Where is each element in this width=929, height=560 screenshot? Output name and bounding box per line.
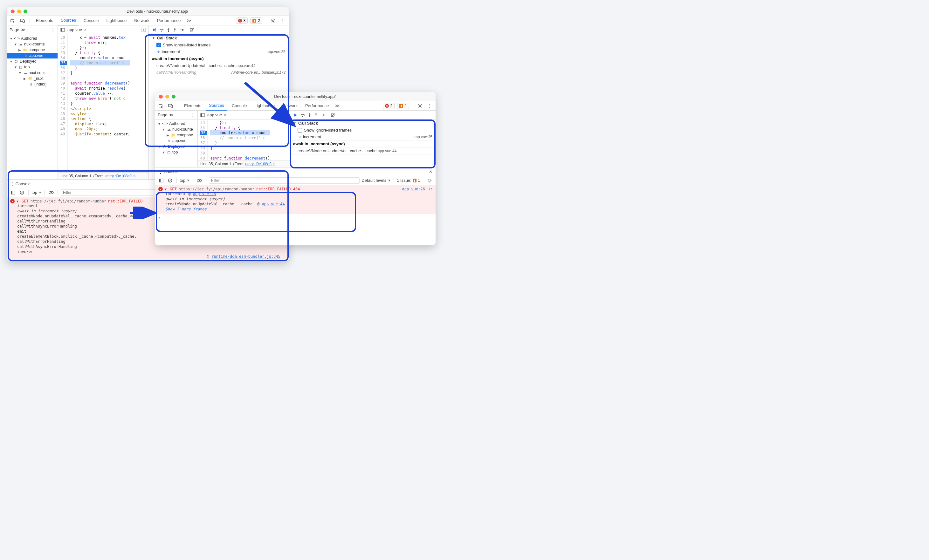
- tab-network[interactable]: Network: [280, 101, 300, 110]
- stack-frame[interactable]: createVNode.onUpdateVal._cache.._cache.a…: [149, 62, 289, 69]
- log-levels-selector[interactable]: Default levels ▼: [362, 178, 391, 183]
- editor-tab-app-vue[interactable]: app.vue×: [207, 113, 226, 117]
- tree-deployed[interactable]: ▼⬡Deployed: [155, 144, 198, 149]
- tree-top[interactable]: ▼▢top: [7, 64, 58, 70]
- minimize-icon[interactable]: [17, 9, 21, 13]
- source-map-link[interactable]: entry.d9e108e9.js: [105, 174, 135, 178]
- errors-pill[interactable]: ✕3: [236, 17, 248, 24]
- device-toggle-icon[interactable]: [19, 17, 26, 24]
- show-ignored-toggle[interactable]: ✓ Show ignore-listed frames: [149, 41, 289, 48]
- close-icon[interactable]: [11, 9, 15, 13]
- tab-console[interactable]: Console: [229, 101, 250, 110]
- minimize-icon[interactable]: [165, 95, 169, 98]
- more-tabs-icon[interactable]: ≫: [334, 103, 341, 109]
- error-url-link[interactable]: https://jec.fyi/api/random-number: [31, 199, 106, 203]
- resume-icon[interactable]: [293, 113, 297, 117]
- tree-top[interactable]: ▼▢top: [155, 149, 198, 155]
- settings-icon[interactable]: [417, 103, 423, 109]
- step-icon[interactable]: [179, 28, 184, 32]
- tab-lighthouse[interactable]: Lighthouse: [252, 101, 277, 110]
- tab-elements[interactable]: Elements: [182, 101, 204, 110]
- tab-performance[interactable]: Performance: [155, 16, 183, 25]
- kebab-icon[interactable]: ⋮: [426, 103, 433, 109]
- stack-frame[interactable]: createVNode.onUpdateVal._cache.._cache.a…: [290, 147, 435, 154]
- stack-frame[interactable]: ➔incrementapp.vue:35: [149, 48, 289, 55]
- live-expression-icon[interactable]: [48, 189, 55, 196]
- errors-pill[interactable]: ✕2: [383, 103, 395, 109]
- show-ignored-toggle[interactable]: Show ignore-listed frames: [290, 127, 435, 133]
- console-prompt[interactable]: ›: [155, 214, 435, 221]
- tree-components[interactable]: ▶📁compone: [155, 132, 198, 138]
- breakpoint-marker[interactable]: 35: [200, 131, 207, 135]
- more-tabs-icon[interactable]: ≫: [185, 17, 193, 24]
- warnings-pill[interactable]: ▮1: [397, 103, 409, 109]
- deactivate-breakpoints-icon[interactable]: [331, 113, 336, 117]
- kebab-icon[interactable]: ⋮: [158, 170, 162, 174]
- settings-icon[interactable]: [270, 17, 277, 24]
- show-console-sidebar-icon[interactable]: [158, 177, 165, 184]
- code-editor[interactable]: 3334353637383940 }); } finally { counter…: [198, 119, 290, 160]
- stack-frame[interactable]: ➔incrementapp.vue:35: [290, 133, 435, 140]
- tree-app-vue[interactable]: 🗎app.vue: [155, 138, 198, 144]
- toggle-navigator-icon[interactable]: [200, 113, 205, 117]
- kebab-icon[interactable]: ⋮: [191, 113, 195, 117]
- tab-performance[interactable]: Performance: [303, 101, 331, 110]
- device-toggle-icon[interactable]: [167, 103, 174, 109]
- tree-deployed[interactable]: ▼⬡Deployed: [7, 58, 58, 64]
- inspect-icon[interactable]: [158, 103, 165, 109]
- code-editor[interactable]: 3031323334353637383940414243444546474849…: [58, 34, 149, 172]
- stack-source-link[interactable]: runtime-dom.esm-bundler.js:345: [212, 254, 281, 259]
- tree-nuxi-counter[interactable]: ▼☁nuxi-counte: [7, 41, 58, 47]
- stack-frame[interactable]: callWithErrorHandlingruntime-core.es…bun…: [149, 69, 289, 76]
- tree-components[interactable]: ▶📁compone: [7, 47, 58, 53]
- tab-lighthouse[interactable]: Lighthouse: [104, 16, 129, 25]
- error-source-link[interactable]: app.vue:26: [402, 187, 425, 191]
- context-selector[interactable]: top ▼: [179, 178, 190, 183]
- close-drawer-icon[interactable]: ✕: [429, 170, 432, 174]
- inspect-icon[interactable]: [9, 17, 17, 24]
- tree-authored[interactable]: ▼< >Authored: [155, 121, 198, 127]
- console-filter-input[interactable]: [209, 177, 360, 184]
- clear-console-icon[interactable]: [167, 177, 173, 184]
- call-stack-header[interactable]: ▼Call Stack: [290, 119, 435, 127]
- step-out-icon[interactable]: [173, 28, 177, 32]
- run-snippet-icon[interactable]: [141, 28, 146, 32]
- issues-pill[interactable]: 1 Issue: ▮ 1: [397, 178, 420, 183]
- step-out-icon[interactable]: [314, 113, 318, 117]
- step-icon[interactable]: [320, 113, 325, 117]
- step-into-icon[interactable]: [167, 28, 170, 32]
- kebab-icon[interactable]: ⋮: [10, 182, 14, 186]
- close-tab-icon[interactable]: ×: [224, 113, 226, 117]
- more-icon[interactable]: ≫: [21, 28, 25, 32]
- page-tab[interactable]: Page: [9, 28, 19, 32]
- kebab-icon[interactable]: ⋮: [51, 28, 55, 32]
- kebab-icon[interactable]: ⋮: [279, 17, 286, 24]
- source-map-link[interactable]: entry.d9e108e9.js: [245, 162, 275, 166]
- call-stack-header[interactable]: ▼Call Stack: [149, 34, 289, 41]
- checkbox-icon[interactable]: ✓: [156, 43, 161, 47]
- tree-app-vue[interactable]: 🗎app.vue: [7, 53, 58, 58]
- stack-source-link[interactable]: app.vue:44: [262, 202, 285, 206]
- editor-tab-app-vue[interactable]: app.vue×: [67, 28, 86, 32]
- tree-nuxi-counter[interactable]: ▼☁nuxi-counte: [155, 127, 198, 132]
- warnings-pill[interactable]: ▮2: [250, 17, 262, 24]
- breakpoint-marker[interactable]: 35: [60, 61, 67, 65]
- stack-source-link[interactable]: app.vue:26: [193, 192, 216, 196]
- tab-sources[interactable]: Sources: [58, 16, 78, 25]
- resume-icon[interactable]: [152, 28, 156, 32]
- deactivate-breakpoints-icon[interactable]: [190, 28, 195, 32]
- show-console-sidebar-icon[interactable]: [9, 189, 17, 196]
- zoom-icon[interactable]: [172, 95, 175, 98]
- zoom-icon[interactable]: [23, 9, 28, 13]
- context-selector[interactable]: top ▼: [31, 190, 41, 195]
- page-tab[interactable]: Page: [158, 113, 167, 117]
- tab-network[interactable]: Network: [132, 16, 152, 25]
- close-icon[interactable]: [159, 95, 163, 98]
- toggle-navigator-icon[interactable]: [60, 28, 65, 32]
- close-tab-icon[interactable]: ×: [84, 28, 86, 32]
- tab-elements[interactable]: Elements: [34, 16, 56, 25]
- checkbox-icon[interactable]: [297, 128, 302, 133]
- error-url-link[interactable]: https://jec.fyi/api/random-number: [179, 187, 254, 191]
- step-over-icon[interactable]: [300, 113, 305, 117]
- step-into-icon[interactable]: [308, 113, 311, 117]
